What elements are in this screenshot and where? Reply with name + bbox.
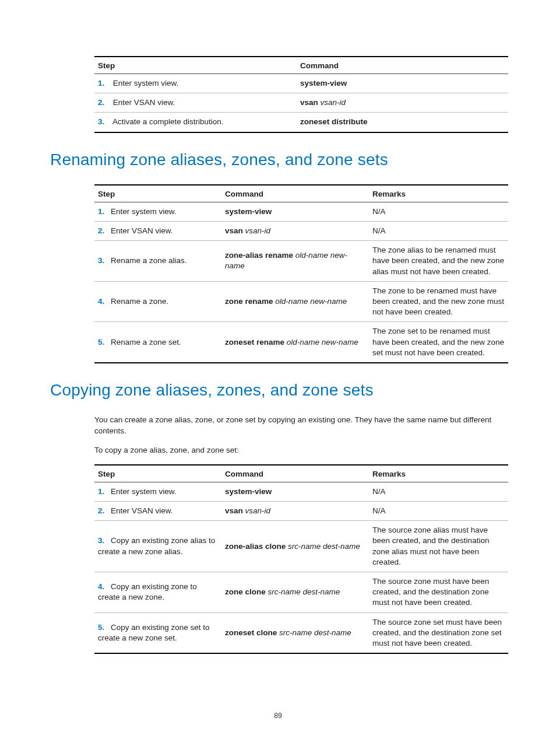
command-keyword: zone rename <box>225 297 273 306</box>
step-text: Activate a complete distribution. <box>112 117 224 126</box>
table-row: 5.Rename a zone set. zoneset rename old-… <box>94 322 508 363</box>
step-number: 5. <box>98 622 111 633</box>
command-keyword: zoneset distribute <box>300 117 368 126</box>
table-row: 1.Enter system view. system-view N/A <box>94 482 508 501</box>
command-keyword: zone clone <box>225 587 266 596</box>
command-arg: src-name dest-name <box>277 628 351 637</box>
table-row: 2. Enter VSAN view. vsan vsan-id <box>94 93 508 113</box>
col-step: Step <box>94 57 297 74</box>
command-arg: vsan-id <box>318 98 346 107</box>
command-keyword: vsan <box>300 98 318 107</box>
command-arg: vsan-id <box>243 506 270 515</box>
remarks-text: The zone alias to be renamed must have b… <box>369 241 508 282</box>
command-arg: src-name dest-name <box>266 587 340 596</box>
table-activate-distribution: Step Command 1. Enter system view. syste… <box>94 56 508 133</box>
command-keyword: zoneset rename <box>225 338 284 346</box>
step-text: Enter VSAN view. <box>111 226 173 235</box>
table-copying: Step Command Remarks 1.Enter system view… <box>94 464 508 654</box>
step-text: Enter VSAN view. <box>113 98 175 107</box>
command-keyword: system-view <box>225 207 272 216</box>
step-number: 2. <box>98 226 111 236</box>
remarks-text: N/A <box>369 482 508 501</box>
table-row: 4.Rename a zone. zone rename old-name ne… <box>94 281 508 322</box>
col-remarks: Remarks <box>369 465 508 482</box>
step-number: 1. <box>98 78 111 89</box>
table-row: 3.Rename a zone alias. zone-alias rename… <box>94 241 508 282</box>
command-keyword: zone-alias rename <box>225 251 293 260</box>
col-command: Command <box>221 185 369 202</box>
step-text: Rename a zone. <box>111 297 168 306</box>
step-text: Rename a zone set. <box>111 338 181 346</box>
table-row: 4.Copy an existing zone to create a new … <box>94 572 508 613</box>
heading-copying: Copying zone aliases, zones, and zone se… <box>50 381 506 400</box>
col-command: Command <box>297 57 508 74</box>
table-row: 1.Enter system view. system-view N/A <box>94 202 508 221</box>
heading-renaming: Renaming zone aliases, zones, and zone s… <box>50 150 506 169</box>
step-text: Enter system view. <box>111 207 177 216</box>
step-text: Rename a zone alias. <box>111 256 187 265</box>
step-number: 4. <box>98 296 111 307</box>
remarks-text: N/A <box>369 501 508 520</box>
command-keyword: vsan <box>225 226 243 235</box>
step-number: 3. <box>98 536 111 546</box>
table-row: 3.Copy an existing zone alias to create … <box>94 521 508 572</box>
command-keyword: zone-alias clone <box>225 542 286 551</box>
step-text: Enter VSAN view. <box>111 506 173 515</box>
step-number: 3. <box>98 117 111 127</box>
col-step: Step <box>94 465 221 482</box>
command-arg: vsan-id <box>243 226 270 235</box>
command-keyword: system-view <box>300 79 347 88</box>
remarks-text: N/A <box>369 202 508 221</box>
step-number: 1. <box>98 487 111 497</box>
command-keyword: system-view <box>225 487 272 496</box>
paragraph-intro: You can create a zone alias, zone, or zo… <box>94 415 508 437</box>
command-arg: old-name new-name <box>273 297 347 306</box>
step-number: 2. <box>98 506 111 516</box>
page: Step Command 1. Enter system view. syste… <box>0 0 556 756</box>
step-number: 4. <box>98 582 111 592</box>
table-row: 3. Activate a complete distribution. zon… <box>94 113 508 132</box>
remarks-text: The zone to be renamed must have been cr… <box>369 281 508 322</box>
col-step: Step <box>94 185 221 202</box>
step-number: 3. <box>98 256 111 266</box>
command-keyword: vsan <box>225 506 243 515</box>
table-row: 5.Copy an existing zone set to create a … <box>94 612 508 653</box>
page-number: 89 <box>0 712 556 720</box>
col-remarks: Remarks <box>369 185 508 202</box>
remarks-text: The source zone set must have been creat… <box>369 612 508 653</box>
remarks-text: The source zone alias must have been cre… <box>369 521 508 572</box>
step-number: 2. <box>98 97 111 108</box>
table-row: 1. Enter system view. system-view <box>94 74 508 93</box>
remarks-text: N/A <box>369 221 508 240</box>
step-text: Copy an existing zone to create a new zo… <box>98 582 197 601</box>
table-renaming: Step Command Remarks 1.Enter system view… <box>94 184 508 363</box>
step-number: 5. <box>98 337 111 348</box>
step-text: Enter system view. <box>111 487 177 496</box>
command-arg: src-name dest-name <box>286 542 360 551</box>
step-text: Enter system view. <box>113 79 179 88</box>
command-arg: old-name new-name <box>284 338 358 346</box>
table-row: 2.Enter VSAN view. vsan vsan-id N/A <box>94 501 508 520</box>
command-keyword: zoneset clone <box>225 628 277 637</box>
paragraph-lead: To copy a zone alias, zone, and zone set… <box>94 445 508 456</box>
remarks-text: The source zone must have been created, … <box>369 572 508 613</box>
table-row: 2.Enter VSAN view. vsan vsan-id N/A <box>94 221 508 240</box>
remarks-text: The zone set to be renamed must have bee… <box>369 322 508 363</box>
step-number: 1. <box>98 206 111 217</box>
step-text: Copy an existing zone alias to create a … <box>98 536 215 555</box>
step-text: Copy an existing zone set to create a ne… <box>98 623 210 642</box>
col-command: Command <box>221 465 369 482</box>
